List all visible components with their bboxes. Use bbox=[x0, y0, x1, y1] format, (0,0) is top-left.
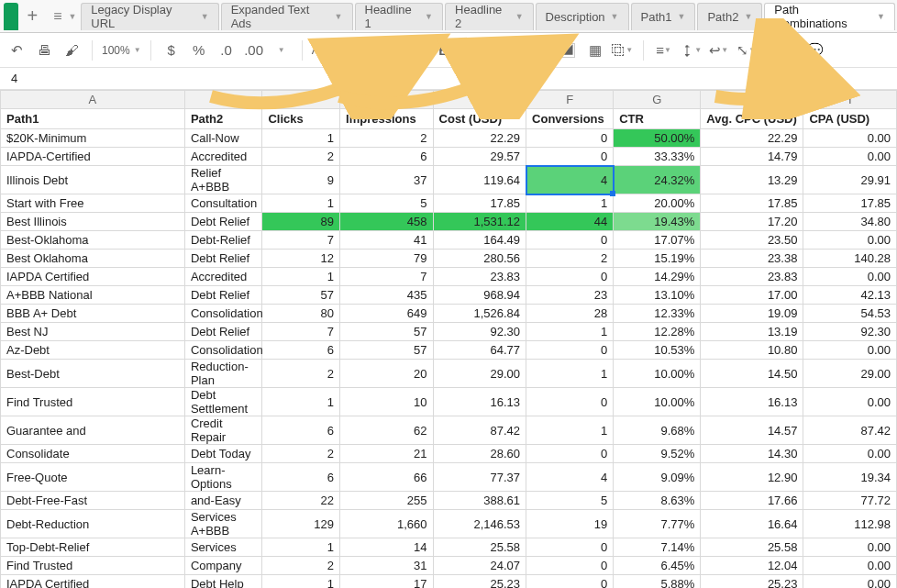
cell[interactable]: 10.00% bbox=[614, 388, 701, 416]
cell[interactable]: Consultation bbox=[184, 194, 262, 213]
cell[interactable]: 119.64 bbox=[433, 166, 526, 194]
header-cell[interactable]: Cost (USD) bbox=[433, 109, 526, 129]
cell[interactable]: 9.52% bbox=[614, 445, 701, 463]
cell[interactable]: Find Trusted bbox=[1, 557, 185, 575]
cell[interactable]: 79 bbox=[340, 250, 434, 268]
cell[interactable]: Reduction-Plan bbox=[184, 360, 262, 388]
cell[interactable]: 2 bbox=[262, 445, 340, 463]
cell[interactable]: 1,660 bbox=[340, 510, 434, 538]
cell[interactable]: 2,146.53 bbox=[433, 510, 526, 538]
name-box[interactable]: 4 bbox=[0, 68, 897, 90]
cell[interactable]: 17.85 bbox=[433, 194, 526, 213]
cell[interactable]: 17.00 bbox=[701, 286, 803, 305]
cell[interactable]: 20 bbox=[340, 360, 434, 388]
column-header-C[interactable]: C bbox=[262, 91, 340, 109]
cell[interactable]: 17.85 bbox=[701, 194, 803, 213]
cell[interactable]: 19.34 bbox=[803, 463, 897, 492]
cell[interactable]: Debt Relief bbox=[184, 250, 262, 268]
cell[interactable]: Debt Relief bbox=[184, 286, 262, 305]
cell[interactable]: Best-Debt bbox=[1, 360, 185, 388]
cell[interactable]: 21 bbox=[340, 445, 434, 463]
cell[interactable]: Company bbox=[184, 557, 262, 575]
cell[interactable]: Debt Help bbox=[184, 575, 262, 589]
cell[interactable]: 14 bbox=[340, 538, 434, 557]
cell[interactable]: 14.29% bbox=[614, 268, 701, 286]
cell[interactable]: 4 bbox=[526, 166, 614, 194]
column-header-I[interactable]: I bbox=[803, 91, 897, 109]
cell[interactable]: 1 bbox=[526, 360, 614, 388]
cell[interactable]: Debt-Relief bbox=[184, 231, 262, 250]
format-percent-button[interactable]: % bbox=[188, 39, 210, 61]
cell[interactable]: 92.30 bbox=[433, 323, 526, 341]
cell[interactable]: Learn-Options bbox=[184, 463, 262, 492]
cell[interactable]: 29.91 bbox=[803, 166, 897, 194]
cell[interactable]: 19 bbox=[526, 510, 614, 538]
cell[interactable]: 0 bbox=[526, 268, 614, 286]
cell[interactable]: 77.72 bbox=[803, 492, 897, 510]
cell[interactable]: 435 bbox=[340, 286, 434, 305]
cell[interactable]: 23 bbox=[526, 286, 614, 305]
cell[interactable]: 0 bbox=[526, 557, 614, 575]
sheet-tab-1[interactable]: Expanded Text Ads▼ bbox=[221, 3, 353, 30]
cell[interactable]: 1 bbox=[262, 129, 340, 148]
cell[interactable]: 8.63% bbox=[614, 492, 701, 510]
fill-color-button[interactable]: ◢ bbox=[557, 39, 579, 61]
cell[interactable]: 2 bbox=[262, 360, 340, 388]
cell[interactable]: 0.00 bbox=[803, 231, 897, 250]
cell[interactable]: 10 bbox=[340, 388, 434, 416]
cell[interactable]: 22 bbox=[262, 492, 340, 510]
cell[interactable]: Az-Debt bbox=[1, 341, 185, 360]
cell[interactable]: 24.32% bbox=[614, 166, 701, 194]
column-header-G[interactable]: G bbox=[614, 91, 701, 109]
cell[interactable]: Debt-Reduction bbox=[1, 510, 185, 538]
decrease-decimal-button[interactable]: .0 bbox=[216, 39, 238, 61]
cell[interactable]: Relief A+BBB bbox=[184, 166, 262, 194]
cell[interactable]: $20K-Minimum bbox=[1, 129, 185, 148]
cell[interactable]: 16.13 bbox=[433, 388, 526, 416]
cell[interactable]: 37 bbox=[340, 166, 434, 194]
all-sheets-button[interactable]: ≡ bbox=[47, 8, 69, 25]
cell[interactable]: 54.53 bbox=[803, 305, 897, 323]
cell[interactable]: 280.56 bbox=[433, 250, 526, 268]
add-sheet-button[interactable]: + bbox=[18, 6, 47, 27]
cell[interactable]: 42.13 bbox=[803, 286, 897, 305]
sheet-tab-5[interactable]: Path1▼ bbox=[631, 3, 696, 30]
cell[interactable]: 29.57 bbox=[433, 148, 526, 166]
cell[interactable]: 255 bbox=[340, 492, 434, 510]
font-size-select[interactable]: 10▼ bbox=[386, 44, 414, 57]
cell[interactable]: 25.23 bbox=[433, 575, 526, 589]
cell[interactable]: 1 bbox=[526, 323, 614, 341]
cell[interactable]: 0.00 bbox=[803, 575, 897, 589]
cell[interactable]: 0.00 bbox=[803, 388, 897, 416]
cell[interactable]: 12.33% bbox=[614, 305, 701, 323]
cell[interactable]: 13.19 bbox=[701, 323, 803, 341]
increase-decimal-button[interactable]: .00 bbox=[243, 39, 265, 61]
cell[interactable]: 10.00% bbox=[614, 360, 701, 388]
font-family-select[interactable]: Arial▼ bbox=[312, 43, 367, 57]
column-header-B[interactable]: B bbox=[184, 91, 262, 109]
cell[interactable]: 29.00 bbox=[803, 360, 897, 388]
cell[interactable]: 14.79 bbox=[701, 148, 803, 166]
cell[interactable]: 16.13 bbox=[701, 388, 803, 416]
cell[interactable]: 2 bbox=[340, 129, 434, 148]
cell[interactable]: 6 bbox=[262, 341, 340, 360]
text-wrap-button[interactable]: ↩▼ bbox=[708, 39, 730, 61]
cell[interactable]: BBB A+ Debt bbox=[1, 305, 185, 323]
cell[interactable]: 87.42 bbox=[433, 416, 526, 445]
cell[interactable]: 77.37 bbox=[433, 463, 526, 492]
header-cell[interactable]: CTR bbox=[614, 109, 701, 129]
cell[interactable]: 1 bbox=[262, 388, 340, 416]
cell[interactable]: 92.30 bbox=[803, 323, 897, 341]
cell[interactable]: Call-Now bbox=[184, 129, 262, 148]
cell[interactable]: 12.90 bbox=[701, 463, 803, 492]
cell[interactable]: 25.58 bbox=[701, 538, 803, 557]
cell[interactable]: 2 bbox=[526, 250, 614, 268]
cell[interactable]: 0.00 bbox=[803, 129, 897, 148]
print-button[interactable]: 🖶 bbox=[33, 39, 55, 61]
cell[interactable]: 12.04 bbox=[701, 557, 803, 575]
cell[interactable]: 17.85 bbox=[803, 194, 897, 213]
undo-button[interactable]: ↶ bbox=[6, 39, 28, 61]
cell[interactable]: 34.80 bbox=[803, 213, 897, 231]
cell[interactable]: 80 bbox=[262, 305, 340, 323]
cell[interactable]: 1,531.12 bbox=[433, 213, 526, 231]
